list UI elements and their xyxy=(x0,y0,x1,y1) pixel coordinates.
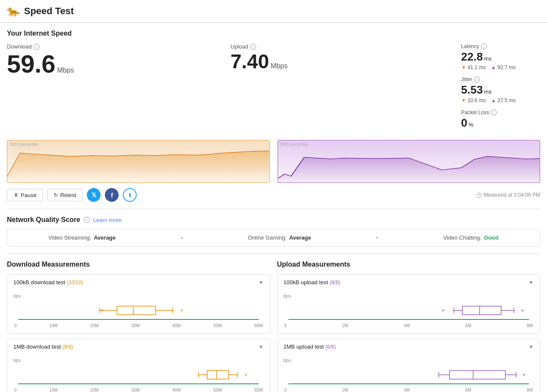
svg-point-27 xyxy=(442,310,444,312)
quality-title: Network Quality Score xyxy=(7,216,80,224)
upload-info-icon[interactable]: i xyxy=(250,44,256,50)
chevron-down-icon: ▼ xyxy=(259,280,264,286)
internet-speed-title: Your Internet Speed xyxy=(7,30,540,37)
upload-chart-svg xyxy=(278,140,540,182)
bps-label: bps xyxy=(13,293,264,298)
jitter-value: 5.53 xyxy=(461,83,483,97)
box-chart-1mb-ul xyxy=(284,365,534,387)
svg-point-10 xyxy=(101,310,103,312)
packet-loss-unit: % xyxy=(468,122,474,128)
upload-test-1mb-header[interactable]: 1MB upload test (6/6) ▼ xyxy=(278,339,540,354)
test-count-1mb: (8/8) xyxy=(62,344,73,350)
jitter-unit: ms xyxy=(484,88,492,95)
latency-panel: Latency i 22.8 ms ▼ 41.1 ms ▲ 92.7 ms Ji… xyxy=(454,43,540,136)
retest-icon: ↻ xyxy=(54,192,58,198)
latency-value: 22.8 xyxy=(461,50,483,64)
box-chart-100kb-ul xyxy=(284,301,534,322)
video-chatting-value: Good xyxy=(484,234,498,241)
clock-icon: 🕐 xyxy=(476,192,482,198)
controls-row: ⏸ Pause ↻ Retest 𝕏 f ⬇ 🕐 Measured at 3:0… xyxy=(7,188,540,202)
jitter-info-icon[interactable]: i xyxy=(474,76,480,82)
upload-label: Upload i xyxy=(231,43,455,50)
chevron-down-icon-4: ▼ xyxy=(529,344,534,350)
box-chart-100kb-dl xyxy=(13,301,264,322)
learn-more-link[interactable]: Learn more xyxy=(93,217,122,223)
download-test-1mb: 1MB download test (8/8) ▼ bps xyxy=(7,339,270,392)
box-chart-1mb-ul-svg xyxy=(284,365,534,385)
svg-rect-32 xyxy=(449,371,505,379)
app-header: 🐆 Speed Test xyxy=(0,0,547,23)
quality-bar: Video Streaming: Average ● Online Gaming… xyxy=(7,229,540,246)
measurements-section: Download Measurements 100kB download tes… xyxy=(7,261,540,392)
packet-loss-value: 0 xyxy=(461,116,467,130)
svg-rect-6 xyxy=(117,306,156,315)
video-streaming-quality: Video Streaming: Average xyxy=(49,234,116,241)
online-gaming-label: Online Gaming: xyxy=(248,234,287,241)
download-measurements-title: Download Measurements xyxy=(7,261,270,268)
upload-value: 7.40 xyxy=(231,52,269,71)
latency-low: ▼ 41.1 ms xyxy=(461,64,486,70)
online-gaming-value: Average xyxy=(289,234,311,241)
test-count: (10/10) xyxy=(67,280,83,286)
upload-test-count: (8/8) xyxy=(330,280,340,286)
jitter-sub: ▼ 10.6 ms ▲ 37.5 ms xyxy=(461,97,540,103)
main-content: Your Internet Speed Download i 59.6 Mbps… xyxy=(0,23,547,392)
facebook-icon: f xyxy=(111,191,113,199)
twitter-button[interactable]: 𝕏 xyxy=(87,188,101,202)
packet-loss-label: Packet Loss i xyxy=(461,109,540,115)
packet-loss-info-icon[interactable]: i xyxy=(491,109,497,115)
upload-unit: Mbps xyxy=(271,62,287,70)
upload-measurements-panel: Upload Measurements 100kB upload test (8… xyxy=(277,261,541,392)
divider-2 xyxy=(7,253,540,254)
facebook-button[interactable]: f xyxy=(105,188,119,202)
jitter-high: ▲ 37.5 ms xyxy=(491,97,516,103)
svg-point-28 xyxy=(521,310,523,312)
test-name-1mb: 1MB download test xyxy=(13,343,62,350)
video-chatting-label: Video Chatting: xyxy=(443,234,482,241)
download-test-100kb: 100kB download test (10/10) ▼ bps xyxy=(7,274,270,334)
chevron-down-icon-2: ▼ xyxy=(259,344,264,350)
upload-test-1mb-title: 1MB upload test (6/6) xyxy=(284,343,336,350)
upload-test-1mb-body: bps xyxy=(278,354,540,392)
axis-labels-100kb-dl: 0 10M 20M 30M 40M 50M 60M xyxy=(13,323,264,328)
download-label: Download i xyxy=(7,43,231,50)
download-chart: 90th percentile xyxy=(7,140,270,183)
download-info-icon[interactable]: i xyxy=(34,44,40,50)
bps-label-ul2: bps xyxy=(284,358,534,363)
app-title: Speed Test xyxy=(24,6,74,17)
download-share-button[interactable]: ⬇ xyxy=(123,188,137,202)
download-test-100kb-title: 100kB download test (10/10) xyxy=(13,279,83,286)
box-chart-1mb-dl xyxy=(13,365,264,387)
internet-speed-section: Your Internet Speed Download i 59.6 Mbps… xyxy=(7,30,540,202)
chevron-down-icon-3: ▼ xyxy=(529,280,534,286)
upload-chart: 90th percentile xyxy=(278,140,541,183)
latency-label: Latency i xyxy=(461,43,540,49)
axis-labels-1mb-dl: 0 10M 20M 30M 40M 50M 60M xyxy=(13,388,264,392)
upload-test-100kb: 100kB upload test (8/8) ▼ bps xyxy=(277,274,541,334)
axis-labels-1mb-ul: 0 2M 4M 6M 8M xyxy=(284,388,534,392)
divider-1 xyxy=(7,209,540,209)
upload-test-100kb-header[interactable]: 100kB upload test (8/8) ▼ xyxy=(278,275,540,290)
dot-2: ● xyxy=(376,236,378,240)
download-test-100kb-header[interactable]: 100kB download test (10/10) ▼ xyxy=(7,275,270,290)
box-chart-100kb-ul-svg xyxy=(284,301,534,320)
latency-high: ▲ 92.7 ms xyxy=(491,64,516,70)
quality-info-icon[interactable]: i xyxy=(84,217,90,223)
network-quality-section: Network Quality Score i Learn more Video… xyxy=(7,216,540,246)
retest-button[interactable]: ↻ Retest xyxy=(47,189,83,201)
charts-row: 90th percentile xyxy=(7,140,540,183)
dot-1: ● xyxy=(180,236,183,240)
svg-point-19 xyxy=(245,374,247,376)
latency-info-icon[interactable]: i xyxy=(481,43,487,49)
svg-point-36 xyxy=(523,374,525,376)
pause-icon: ⏸ xyxy=(13,192,18,198)
svg-rect-23 xyxy=(462,306,501,315)
upload-test-100kb-title: 100kB upload test (8/8) xyxy=(284,279,340,286)
upload-measurements-title: Upload Measurements xyxy=(277,261,541,268)
download-test-1mb-header[interactable]: 1MB download test (8/8) ▼ xyxy=(7,339,270,354)
axis-labels-100kb-ul: 0 2M 4M 6M 8M xyxy=(284,323,534,328)
download-unit: Mbps xyxy=(57,67,74,74)
pause-button[interactable]: ⏸ Pause xyxy=(7,189,43,201)
measurements-grid: Download Measurements 100kB download tes… xyxy=(7,261,540,392)
bps-label-2: bps xyxy=(13,358,264,363)
